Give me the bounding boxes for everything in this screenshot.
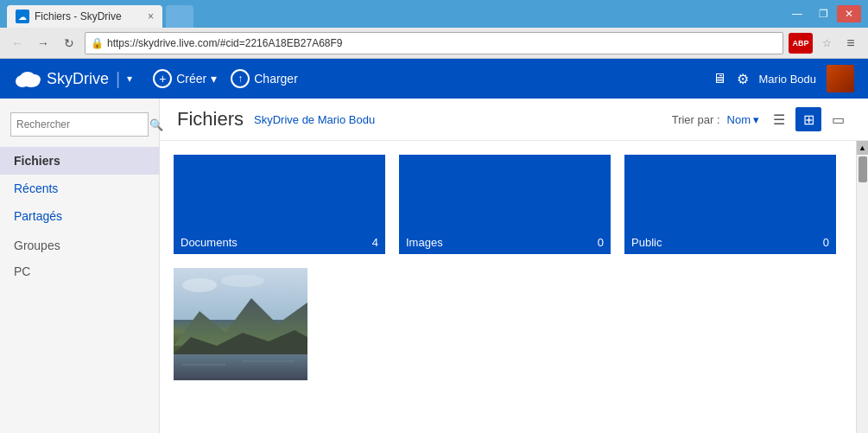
sidebar-section-groupes: Groupes	[0, 230, 159, 256]
scroll-up-button[interactable]: ▲	[857, 141, 869, 155]
main-layout: 🔍 Fichiers Récents Partagés Groupes PC F…	[0, 99, 868, 433]
list-view-icon: ☰	[773, 111, 785, 128]
back-button[interactable]: ←	[7, 33, 28, 54]
favorites-button[interactable]: ☆	[816, 33, 837, 54]
browser-window: ☁ Fichiers - SkyDrive × — ❐ ✕ ← → ↻ 🔒 ht…	[0, 0, 868, 433]
folder-name-documents: Documents	[181, 236, 238, 249]
search-input[interactable]	[16, 118, 146, 131]
address-bar[interactable]: 🔒 https://skydrive.live.com/#cid=2216A18…	[85, 32, 783, 54]
sort-label: Trier par :	[672, 113, 720, 126]
upload-icon: ↑	[231, 69, 250, 88]
photo-tile[interactable]	[174, 268, 307, 380]
create-button[interactable]: + Créer ▾	[153, 69, 217, 88]
tab-favicon: ☁	[16, 10, 29, 23]
title-bar: ☁ Fichiers - SkyDrive × — ❐ ✕	[0, 0, 868, 28]
folder-tile-images-footer: Images 0	[399, 231, 611, 254]
sort-value: Nom	[727, 113, 751, 126]
logo-divider: |	[116, 69, 120, 89]
sidebar-item-fichiers[interactable]: Fichiers	[0, 147, 159, 175]
landscape-svg	[174, 268, 307, 380]
nav-tools: ABP ☆ ≡	[789, 33, 861, 54]
photo-thumbnail	[174, 268, 307, 380]
folder-count-images: 0	[598, 236, 604, 249]
sidebar: 🔍 Fichiers Récents Partagés Groupes PC	[0, 99, 160, 433]
sidebar-item-partages-label: Partagés	[14, 209, 62, 223]
folder-tile-images[interactable]: Images 0	[399, 155, 611, 254]
gear-icon: ⚙	[737, 72, 749, 86]
forward-button[interactable]: →	[33, 33, 54, 54]
cloud-icon	[14, 69, 41, 88]
svg-rect-9	[174, 354, 307, 380]
create-icon: +	[153, 69, 172, 88]
tab-close-button[interactable]: ×	[148, 10, 154, 22]
grid-view-icon: ⊞	[803, 111, 814, 128]
avatar-image	[827, 65, 854, 92]
refresh-button[interactable]: ↻	[59, 33, 79, 54]
minimize-button[interactable]: —	[785, 5, 809, 22]
monitor-icon: 🖥	[713, 71, 726, 86]
content-area: Fichiers SkyDrive de Mario Bodu Trier pa…	[160, 99, 868, 433]
sort-dropdown[interactable]: Nom ▾	[727, 113, 759, 126]
create-label: Créer	[176, 72, 206, 86]
sidebar-section-pc: PC	[0, 256, 159, 282]
grid-view-button[interactable]: ⊞	[795, 107, 821, 131]
upload-label: Charger	[254, 72, 298, 86]
adblock-button[interactable]: ABP	[789, 33, 813, 54]
back-icon: ←	[11, 36, 23, 50]
svg-point-5	[182, 278, 217, 292]
restore-button[interactable]: ❐	[811, 5, 835, 22]
new-tab-button[interactable]	[166, 5, 193, 28]
app-header: SkyDrive | ▾ + Créer ▾ ↑ Charger 🖥 ⚙ Mar…	[0, 59, 868, 99]
address-text: https://skydrive.live.com/#cid=2216A18EB…	[107, 37, 777, 49]
upload-button[interactable]: ↑ Charger	[231, 69, 298, 88]
sort-controls: Trier par : Nom ▾ ☰ ⊞ ▭	[672, 107, 851, 131]
search-box[interactable]: 🔍	[10, 112, 149, 137]
breadcrumb[interactable]: SkyDrive de Mario Bodu	[254, 113, 375, 126]
tab-area: ☁ Fichiers - SkyDrive ×	[7, 0, 193, 28]
view-controls: ☰ ⊞ ▭	[766, 107, 851, 131]
cloud-svg	[14, 69, 41, 88]
create-chevron-icon: ▾	[211, 72, 217, 86]
folder-tile-documents-footer: Documents 4	[174, 231, 385, 254]
monitor-button[interactable]: 🖥	[713, 71, 726, 86]
folder-tile-public-footer: Public 0	[624, 231, 836, 254]
preview-view-button[interactable]: ▭	[825, 107, 851, 131]
sidebar-item-fichiers-label: Fichiers	[14, 154, 60, 168]
active-tab[interactable]: ☁ Fichiers - SkyDrive ×	[7, 5, 162, 28]
menu-button[interactable]: ≡	[840, 33, 861, 54]
folder-name-public: Public	[631, 236, 662, 249]
user-avatar[interactable]	[827, 65, 854, 92]
folder-count-public: 0	[823, 236, 829, 249]
logo-chevron-icon[interactable]: ▾	[127, 73, 132, 85]
sidebar-item-recents-label: Récents	[14, 181, 58, 195]
sidebar-item-partages[interactable]: Partagés	[0, 202, 159, 230]
close-button[interactable]: ✕	[837, 5, 861, 22]
sort-chevron-icon: ▾	[753, 113, 759, 126]
skydrive-logo: SkyDrive	[14, 69, 109, 88]
header-right: 🖥 ⚙ Mario Bodu	[713, 65, 854, 92]
settings-button[interactable]: ⚙	[737, 71, 749, 87]
folder-count-documents: 4	[372, 236, 378, 249]
lock-icon: 🔒	[91, 37, 104, 49]
folder-tile-public[interactable]: Public 0	[624, 155, 836, 254]
content-header: Fichiers SkyDrive de Mario Bodu Trier pa…	[160, 99, 868, 141]
tab-cloud-icon: ☁	[18, 12, 27, 22]
window-controls: — ❐ ✕	[785, 5, 861, 22]
logo-text: SkyDrive	[47, 70, 109, 88]
page-title: Fichiers	[177, 108, 244, 131]
folder-name-images: Images	[406, 236, 443, 249]
sidebar-item-recents[interactable]: Récents	[0, 175, 159, 202]
list-view-button[interactable]: ☰	[766, 107, 792, 131]
navigation-bar: ← → ↻ 🔒 https://skydrive.live.com/#cid=2…	[0, 28, 868, 59]
svg-point-3	[20, 72, 35, 84]
scrollbar: ▲	[856, 141, 868, 433]
refresh-icon: ↻	[64, 36, 74, 50]
folder-tile-documents[interactable]: Documents 4	[174, 155, 385, 254]
files-grid: Documents 4 Images 0 Public 0	[160, 141, 868, 433]
scroll-thumb[interactable]	[858, 156, 867, 182]
preview-view-icon: ▭	[832, 111, 845, 128]
svg-point-6	[221, 275, 264, 287]
header-actions: + Créer ▾ ↑ Charger	[153, 69, 298, 88]
tab-title: Fichiers - SkyDrive	[35, 10, 122, 22]
forward-icon: →	[37, 36, 49, 50]
